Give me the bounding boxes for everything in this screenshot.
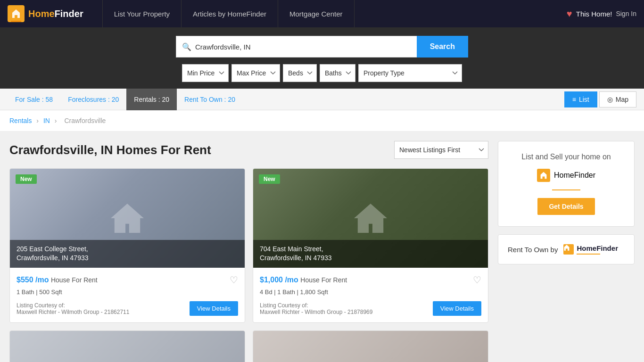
tab-foreclosures[interactable]: Foreclosures : 20 bbox=[60, 89, 126, 110]
card-image-placeholder bbox=[253, 331, 488, 362]
tabs-section: For Sale : 58 Foreclosures : 20 Rentals … bbox=[0, 89, 644, 110]
favorite-button[interactable]: ♡ bbox=[473, 274, 481, 286]
tab-rentals[interactable]: Rentals : 20 bbox=[126, 89, 177, 110]
page-title-row: Crawfordsville, IN Homes For Rent Newest… bbox=[9, 141, 488, 159]
card-body: $1,000 /mo House For Rent ♡ 4 Bd | 1 Bat… bbox=[253, 268, 488, 322]
rto-logo-underline bbox=[577, 254, 600, 255]
sort-select[interactable]: Newest Listings First Price: Low to High… bbox=[394, 141, 488, 159]
filter-row: Min Price Max Price Beds Baths Property … bbox=[182, 64, 462, 89]
card-image-placeholder bbox=[10, 331, 245, 362]
logo-text: HomeFinder bbox=[28, 8, 83, 19]
rto-label: Rent To Own by bbox=[508, 246, 558, 254]
search-button[interactable]: Search bbox=[417, 36, 468, 58]
card-body: $550 /mo House For Rent ♡ 1 Bath | 500 S… bbox=[10, 268, 245, 322]
rto-logo: HomeFinder bbox=[563, 244, 618, 255]
baths-select[interactable]: Baths bbox=[320, 64, 355, 82]
main-content: Crawfordsville, IN Homes For Rent Newest… bbox=[0, 132, 644, 362]
breadcrumb: Rentals › IN › Crawfordsville bbox=[0, 110, 644, 132]
placeholder-img bbox=[253, 331, 488, 362]
nav-articles[interactable]: Articles by HomeFinder bbox=[182, 0, 278, 27]
main-nav: List Your Property Articles by HomeFinde… bbox=[102, 0, 567, 27]
listings-grid: New 205 East College Street, Crawfordsvi… bbox=[9, 168, 488, 362]
sidebar: List and Sell your home on HomeFinder Ge… bbox=[498, 141, 635, 362]
card-footer: Listing Courtesy of: Maxwell Richter - W… bbox=[17, 301, 238, 316]
tab-for-sale[interactable]: For Sale : 58 bbox=[8, 89, 60, 110]
logo-icon bbox=[8, 5, 25, 22]
listings-area: Crawfordsville, IN Homes For Rent Newest… bbox=[9, 141, 488, 362]
max-price-select[interactable]: Max Price bbox=[231, 64, 280, 82]
sidebar-logo-text: HomeFinder bbox=[554, 171, 595, 180]
sidebar-logo-icon bbox=[537, 169, 550, 182]
rent-to-own-card: Rent To Own by HomeFinder bbox=[498, 234, 635, 264]
sign-in-link[interactable]: Sign In bbox=[616, 10, 636, 17]
rto-logo-icon bbox=[563, 244, 574, 255]
listing-card-placeholder bbox=[253, 330, 488, 362]
list-view-button[interactable]: ≡ List bbox=[564, 91, 597, 107]
logo[interactable]: HomeFinder bbox=[8, 5, 83, 22]
placeholder-img bbox=[10, 331, 245, 362]
breadcrumb-sep2: › bbox=[55, 117, 59, 124]
card-image-wrapper: New 205 East College Street, Crawfordsvi… bbox=[10, 169, 245, 268]
search-input[interactable] bbox=[195, 43, 411, 51]
svg-marker-0 bbox=[111, 204, 144, 233]
map-view-button[interactable]: ◎ Map bbox=[599, 91, 636, 107]
card-price-row: $550 /mo House For Rent ♡ bbox=[17, 274, 238, 286]
tab-rent-to-own[interactable]: Rent To Own : 20 bbox=[177, 89, 243, 110]
page-title: Crawfordsville, IN Homes For Rent bbox=[9, 143, 211, 157]
search-row: 🔍 Search bbox=[176, 36, 468, 58]
this-home-label[interactable]: This Home! bbox=[576, 10, 612, 18]
breadcrumb-city: Crawfordsville bbox=[64, 117, 106, 124]
min-price-select[interactable]: Min Price bbox=[182, 64, 229, 82]
get-details-button[interactable]: Get Details bbox=[537, 198, 594, 215]
property-type-select[interactable]: Property Type bbox=[358, 64, 462, 82]
favorite-button[interactable]: ♡ bbox=[230, 274, 238, 286]
courtesy-info: Listing Courtesy of: Maxwell Richter - W… bbox=[17, 302, 129, 315]
card-footer: Listing Courtesy of: Maxwell Richter - W… bbox=[260, 301, 481, 316]
promo-title: List and Sell your home on bbox=[510, 153, 623, 161]
view-details-button[interactable]: View Details bbox=[190, 301, 238, 316]
card-address: 205 East College Street, Crawfordsville,… bbox=[10, 240, 245, 268]
sidebar-logo: HomeFinder bbox=[510, 169, 623, 182]
card-specs: 1 Bath | 500 Sqft bbox=[17, 288, 238, 296]
courtesy-info: Listing Courtesy of: Maxwell Richter - W… bbox=[260, 302, 372, 315]
beds-select[interactable]: Beds bbox=[283, 64, 317, 82]
search-input-wrapper: 🔍 bbox=[176, 36, 417, 58]
listing-card-placeholder bbox=[9, 330, 245, 362]
card-image-wrapper: New 704 East Main Street, Crawfordsville… bbox=[253, 169, 488, 268]
card-specs: 4 Bd | 1 Bath | 1,800 Sqft bbox=[260, 288, 481, 296]
listing-card: New 704 East Main Street, Crawfordsville… bbox=[253, 168, 488, 323]
breadcrumb-sep1: › bbox=[36, 117, 41, 124]
search-icon: 🔍 bbox=[182, 42, 191, 51]
card-price: $1,000 /mo House For Rent bbox=[260, 276, 347, 284]
listing-card: New 205 East College Street, Crawfordsvi… bbox=[9, 168, 245, 323]
heart-icon: ♥ bbox=[567, 8, 572, 19]
view-buttons: ≡ List ◎ Map bbox=[564, 91, 636, 107]
nav-list-property[interactable]: List Your Property bbox=[102, 0, 182, 27]
header: HomeFinder List Your Property Articles b… bbox=[0, 0, 644, 27]
card-price: $550 /mo House For Rent bbox=[17, 276, 98, 284]
search-section: 🔍 Search Min Price Max Price Beds Baths … bbox=[0, 27, 644, 89]
nav-mortgage[interactable]: Mortgage Center bbox=[278, 0, 355, 27]
rto-logo-text-wrapper: HomeFinder bbox=[577, 244, 618, 255]
new-badge: New bbox=[259, 174, 280, 184]
breadcrumb-rentals[interactable]: Rentals bbox=[9, 117, 32, 124]
card-price-row: $1,000 /mo House For Rent ♡ bbox=[260, 274, 481, 286]
header-right: ♥ This Home! Sign In bbox=[567, 8, 636, 19]
svg-marker-1 bbox=[354, 204, 387, 233]
breadcrumb-in[interactable]: IN bbox=[43, 117, 50, 124]
card-address: 704 East Main Street, Crawfordsville, IN… bbox=[253, 240, 488, 268]
view-details-button[interactable]: View Details bbox=[433, 301, 481, 316]
new-badge: New bbox=[16, 174, 37, 184]
sidebar-logo-underline bbox=[552, 189, 580, 190]
promo-card: List and Sell your home on HomeFinder Ge… bbox=[498, 141, 635, 227]
